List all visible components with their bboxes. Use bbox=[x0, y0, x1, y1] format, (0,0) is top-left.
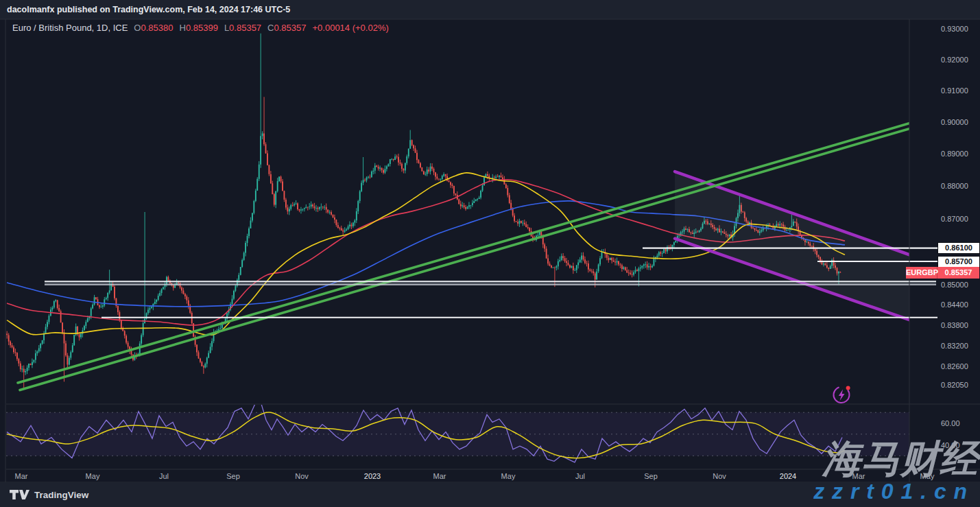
symbol-title[interactable]: Euro / British Pound, 1D, ICE bbox=[12, 23, 128, 33]
tradingview-published-chart: dacolmanfx published on TradingView.com,… bbox=[0, 0, 980, 507]
price-axis-label: 0.89000 bbox=[941, 148, 968, 159]
rsi-axis-label: 60.00 bbox=[941, 418, 960, 429]
notification-dot bbox=[846, 386, 850, 390]
price-axis-label: 0.87000 bbox=[941, 213, 968, 224]
price-axis-label: 0.88000 bbox=[941, 180, 968, 191]
price-axis-label: 0.93000 bbox=[941, 23, 968, 34]
time-axis-label: Jul bbox=[159, 472, 169, 480]
time-axis-label: Sep bbox=[644, 472, 658, 480]
price-line-tag: 0.86100 bbox=[937, 242, 980, 254]
time-axis-label: Nov bbox=[295, 472, 309, 480]
bolt-glyph bbox=[839, 390, 845, 401]
time-axis-label: Mar bbox=[433, 472, 446, 480]
main-pane bbox=[6, 34, 916, 390]
ohlc-value: 0.85380 bbox=[141, 23, 173, 33]
last-price-tag: EURGBP 0.85357 bbox=[906, 267, 979, 279]
time-axis-label: Mar bbox=[15, 472, 28, 480]
change-value: +0.00014 (+0.02%) bbox=[313, 23, 389, 33]
time-axis-label: Nov bbox=[713, 472, 726, 480]
price-axis-label: 0.91000 bbox=[941, 85, 968, 96]
last-price-symbol: EURGBP bbox=[906, 267, 937, 279]
last-price-value: 0.85357 bbox=[937, 267, 979, 279]
ohlc-pair: C0.85357 bbox=[267, 23, 306, 33]
tradingview-logo-icon[interactable] bbox=[10, 490, 29, 500]
price-axis-label: 0.83800 bbox=[941, 320, 968, 331]
time-axis-label: 2024 bbox=[780, 472, 796, 480]
ohlc-value: 0.85357 bbox=[229, 23, 261, 33]
tradingview-logo-text[interactable]: TradingView bbox=[34, 490, 88, 500]
chart-legend[interactable]: Euro / British Pound, 1D, ICEO0.85380H0.… bbox=[12, 23, 389, 33]
lightning-badge-icon[interactable] bbox=[830, 383, 853, 406]
watermark-brand: 海马财经 bbox=[822, 439, 979, 479]
price-axis-label: 0.82050 bbox=[941, 379, 968, 390]
ohlc-key: C bbox=[267, 23, 274, 33]
time-axis-label: Jul bbox=[575, 472, 585, 480]
ohlc-key: H bbox=[179, 23, 185, 33]
price-axis-label: 0.82600 bbox=[941, 361, 968, 372]
ohlc-values: O0.85380H0.85399L0.85357C0.85357 bbox=[128, 23, 306, 33]
price-axis-label: 0.84400 bbox=[941, 299, 968, 310]
rsi-pane bbox=[6, 401, 909, 462]
price-axis-label: 0.83200 bbox=[941, 340, 968, 351]
price-line-tag: 0.85700 bbox=[937, 256, 980, 268]
watermark-url: zzrt01.cn bbox=[813, 480, 975, 503]
ohlc-pair: L0.85357 bbox=[224, 23, 261, 33]
ohlc-value: 0.85399 bbox=[186, 23, 218, 33]
ohlc-value: 0.85357 bbox=[274, 23, 307, 33]
ohlc-pair: H0.85399 bbox=[179, 23, 217, 33]
time-axis-label: Sep bbox=[226, 472, 240, 480]
ohlc-key: O bbox=[134, 23, 141, 33]
time-axis-label: May bbox=[501, 472, 516, 480]
time-axis-label: May bbox=[86, 472, 100, 480]
price-axis-label: 0.85000 bbox=[941, 279, 968, 290]
price-axis-label: 0.90000 bbox=[941, 117, 968, 128]
price-chart-canvas[interactable] bbox=[0, 0, 980, 507]
time-axis-label: 2023 bbox=[364, 472, 381, 480]
ohlc-pair: O0.85380 bbox=[134, 23, 173, 33]
purple-channel-fill bbox=[675, 172, 911, 320]
price-axis-label: 0.92000 bbox=[941, 54, 968, 65]
